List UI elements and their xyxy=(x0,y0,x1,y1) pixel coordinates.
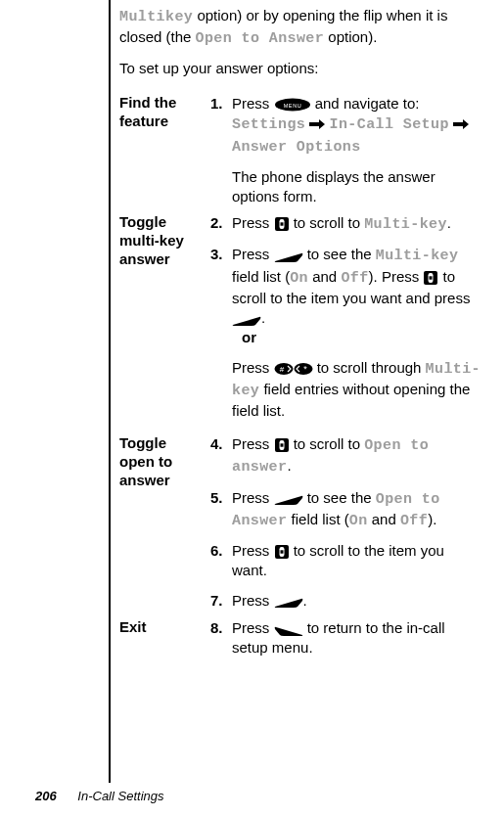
step-number: 7. xyxy=(210,591,223,611)
step-text: . xyxy=(447,214,451,231)
step-text: Press xyxy=(232,489,274,506)
step-text: field entries without opening the field … xyxy=(232,381,470,419)
intro-paragraph: Multikey option) or by opening the flip … xyxy=(119,6,481,60)
svg-text:MENU: MENU xyxy=(283,103,301,109)
step: 7.Press . xyxy=(210,591,482,611)
right-softkey-icon xyxy=(274,250,303,262)
section-content: 2.Press to scroll to Multi-key.3.Press t… xyxy=(210,213,482,431)
step: 4.Press to scroll to Open to answer. xyxy=(210,434,482,478)
step: 5.Press to see the Open to Answer field … xyxy=(210,488,482,532)
svg-text:*: * xyxy=(303,364,307,374)
step-text: and xyxy=(308,268,341,285)
step-number: 6. xyxy=(210,541,223,561)
step-text: Press xyxy=(232,359,274,376)
ui-label: Multi-key xyxy=(376,248,459,264)
mono-multikey: Multikey xyxy=(119,9,193,25)
ui-label: On xyxy=(290,270,308,287)
svg-marker-3 xyxy=(453,119,469,129)
step-number: 1. xyxy=(210,94,223,113)
step-text: to scroll to xyxy=(290,214,365,231)
intro-text-b: option). xyxy=(324,28,377,45)
nav-key-icon xyxy=(423,270,438,286)
path-segment: Answer Options xyxy=(232,139,361,156)
page-number: 206 xyxy=(35,789,57,803)
step-body: Press to see the Open to Answer field li… xyxy=(232,489,440,527)
section-content: 8.Press to return to the in-call setup m… xyxy=(210,618,482,668)
right-softkey-icon xyxy=(274,595,303,608)
step-number: 5. xyxy=(210,488,223,508)
ui-label: Multi-key xyxy=(364,216,447,233)
lead-text: To set up your answer options: xyxy=(119,59,481,78)
step-body: Press MENU and navigate to: xyxy=(232,95,419,112)
step-followup: The phone displays the answer options fo… xyxy=(232,167,482,207)
path-arrow-icon xyxy=(453,114,469,134)
step: 3.Press to see the Multi-key field list … xyxy=(210,245,482,421)
step: 1.Press MENU and navigate to:Settings In… xyxy=(210,94,482,206)
step-body: Press to see the Multi-key field list (O… xyxy=(232,246,470,326)
nav-key-icon xyxy=(274,544,290,560)
step-text: field list ( xyxy=(232,268,290,285)
step: 8.Press to return to the in-call setup m… xyxy=(210,618,482,658)
step-text: Press xyxy=(232,435,274,452)
step-body: Press . xyxy=(232,592,307,609)
step-text: Press xyxy=(232,246,274,262)
step-text: ). Press xyxy=(369,268,424,285)
footer-title: In-Call Settings xyxy=(77,789,163,803)
step-text: Press xyxy=(232,95,274,112)
step-text: to scroll through xyxy=(313,359,426,376)
svg-rect-6 xyxy=(280,222,283,225)
section-heading: Toggle multi-key answer xyxy=(119,213,202,268)
step-body: Press to scroll to Multi-key. xyxy=(232,214,451,231)
step-body: Press to return to the in-call setup men… xyxy=(232,619,445,656)
step: 6.Press to scroll to the item you want. xyxy=(210,541,482,581)
right-softkey-icon xyxy=(274,492,303,505)
svg-rect-9 xyxy=(430,276,433,279)
step-text: Press xyxy=(232,592,274,609)
or-separator: or xyxy=(232,328,482,347)
section-content: 1.Press MENU and navigate to:Settings In… xyxy=(210,94,482,216)
path-segment: Settings xyxy=(232,116,305,133)
ui-label: Off xyxy=(341,270,368,287)
right-softkey-icon xyxy=(232,313,261,326)
step-text: to scroll to xyxy=(290,435,365,452)
step-text: Press xyxy=(232,542,274,559)
step-number: 4. xyxy=(210,434,223,454)
svg-marker-2 xyxy=(309,119,325,129)
section-heading: Find the feature xyxy=(119,94,202,131)
left-softkey-icon xyxy=(274,623,303,636)
path-arrow-icon xyxy=(309,114,325,134)
nav-key-icon xyxy=(274,437,290,453)
hash-star-keys-icon: #* xyxy=(274,362,313,376)
path-segment: In-Call Setup xyxy=(330,116,449,133)
svg-text:#: # xyxy=(279,365,284,374)
step-body: Press to scroll to Open to answer. xyxy=(232,435,429,474)
ui-label: Off xyxy=(400,513,428,529)
section-content: 4.Press to scroll to Open to answer.5.Pr… xyxy=(210,434,482,620)
nav-key-icon xyxy=(274,216,290,232)
step-text: . xyxy=(261,309,265,326)
step-text: ). xyxy=(428,511,436,527)
step-text: . xyxy=(303,592,307,609)
nav-path: Settings In-Call Setup Answer Options xyxy=(232,113,482,158)
step-text: and xyxy=(368,511,400,527)
step-number: 3. xyxy=(210,245,223,264)
step: 2.Press to scroll to Multi-key. xyxy=(210,213,482,235)
step-text: to see the xyxy=(303,246,376,262)
step-text: Press xyxy=(232,214,274,231)
step-number: 2. xyxy=(210,213,223,233)
step-text: to see the xyxy=(303,489,376,506)
lead-line: To set up your answer options: xyxy=(119,59,481,78)
section-heading: Exit xyxy=(119,618,202,637)
left-rule xyxy=(109,0,111,783)
svg-rect-16 xyxy=(280,443,283,446)
section-heading: Toggle open to answer xyxy=(119,434,202,489)
step-text: Press xyxy=(232,619,274,636)
mono-open-to-answer: Open to Answer xyxy=(196,30,325,47)
step-body: Press to scroll to the item you want. xyxy=(232,542,444,578)
ui-label: On xyxy=(349,513,368,529)
step-followup: Press #* to scroll through Multi-key fie… xyxy=(232,358,482,422)
step-number: 8. xyxy=(210,618,223,638)
step-text: and navigate to: xyxy=(311,95,420,112)
svg-rect-19 xyxy=(280,550,283,553)
step-text: field list ( xyxy=(287,511,348,527)
